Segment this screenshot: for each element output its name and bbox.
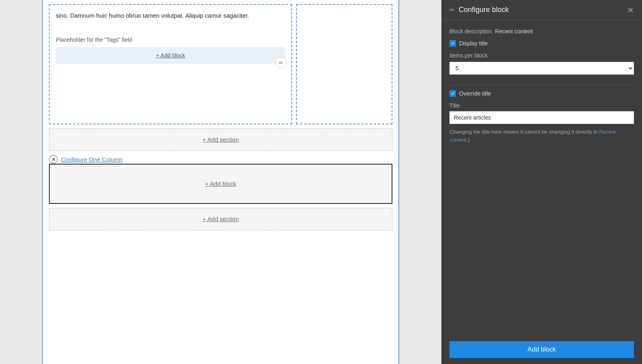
page-canvas: sino. Damnum huic humo obruo tamen volut… [42,0,399,364]
one-column-block: + Add block [49,164,392,204]
panel-close-button[interactable]: ✕ [627,6,634,14]
display-title-checkbox[interactable] [449,40,456,47]
add-block-link-2[interactable]: + Add block [205,180,236,187]
close-column-button[interactable]: ✕ [49,155,58,164]
pencil-icon: ✏ [449,6,455,14]
divider-1 [449,85,634,85]
helper-text-1: Changing the title here means it cannot … [449,129,599,135]
title-field-label: Title [449,102,634,109]
add-section-row-1[interactable]: + Add section [49,128,392,151]
block-description-label: Block description [449,28,492,35]
override-title-row[interactable]: Override title [449,90,634,97]
configure-one-column-link[interactable]: Configure One Column [61,156,122,163]
items-per-block-label: Items per block [449,52,634,59]
display-title-label: Display title [459,40,488,47]
add-block-inner[interactable]: + Add block [50,168,392,199]
title-input[interactable] [449,111,634,124]
block-description-row: Block description Recent content [449,28,634,35]
left-content-column: sino. Damnum huic humo obruo tamen volut… [49,4,292,124]
override-title-checkbox[interactable] [449,90,456,97]
items-per-block-select[interactable]: 1 2 3 4 5 10 15 20 [449,62,634,75]
panel-body: Block description Recent content Display… [441,20,642,335]
tags-placeholder: Placeholder for the "Tags" field [56,37,285,43]
panel-footer: Add block [441,335,642,364]
configure-column-section: ✕ Configure One Column + Add block [49,155,392,204]
add-section-row-2[interactable]: + Add section [49,208,392,230]
add-block-link-1[interactable]: + Add block [156,52,185,59]
right-panel: ✏ Configure block ✕ Block description Re… [441,0,642,364]
add-section-link-1[interactable]: + Add section [203,136,239,143]
add-block-area-1[interactable]: + Add block [56,47,285,64]
edit-icon-button[interactable]: ✏ [275,57,286,68]
helper-text: Changing the title here means it cannot … [449,128,634,144]
main-canvas-area: sino. Damnum huic humo obruo tamen volut… [0,0,441,364]
top-content-section: sino. Damnum huic humo obruo tamen volut… [43,0,398,124]
helper-text-2: .) [467,137,470,143]
add-block-panel-button[interactable]: Add block [449,341,634,358]
add-section-link-2[interactable]: + Add section [203,216,239,222]
panel-header: ✏ Configure block ✕ [441,0,642,20]
body-text: sino. Damnum huic humo obruo tamen volut… [56,11,285,20]
display-title-row[interactable]: Display title [449,40,634,47]
panel-title-area: ✏ Configure block [449,6,509,14]
block-description-value: Recent content [495,28,533,35]
panel-title: Configure block [459,6,509,14]
configure-column-header: ✕ Configure One Column [49,155,392,164]
right-content-column [296,4,392,124]
override-title-label: Override title [459,90,491,97]
